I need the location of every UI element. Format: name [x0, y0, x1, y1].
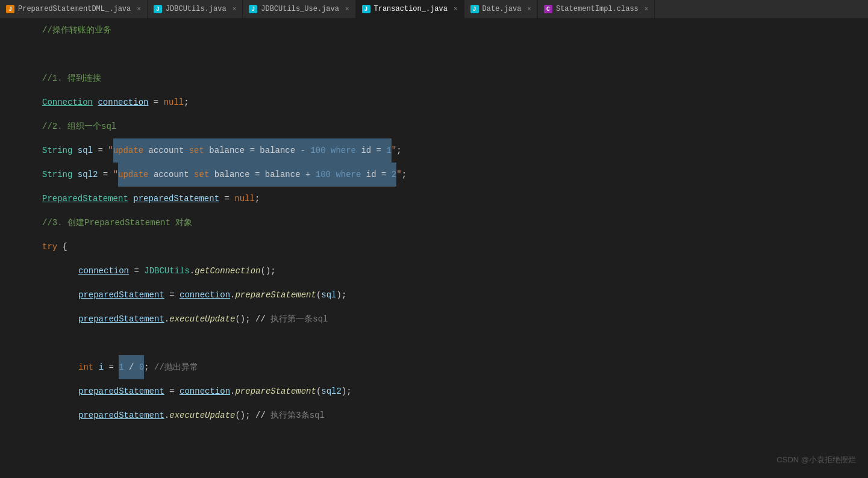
- space: [326, 146, 331, 155]
- space: [93, 90, 98, 114]
- type-string1: String: [42, 138, 72, 163]
- num-1b: 1: [119, 362, 123, 372]
- num-2: 2: [392, 170, 396, 179]
- assign: =: [148, 90, 163, 114]
- dot: .: [164, 403, 169, 427]
- var-ps4: preparedStatement: [78, 379, 164, 403]
- space: id =: [361, 170, 391, 179]
- tab-close-icon[interactable]: ×: [345, 5, 349, 13]
- space: =: [164, 283, 180, 307]
- num-1: 1: [386, 146, 391, 155]
- tab-icon-java2: J: [154, 5, 162, 13]
- code-line-try: try {: [36, 235, 868, 259]
- string-quote4: ": [396, 163, 401, 187]
- code-line-ps-assign2: preparedStatement = connection . prepare…: [36, 379, 868, 403]
- paren: ();: [260, 259, 275, 283]
- kw-null: null: [164, 90, 184, 114]
- dot: .: [190, 259, 195, 283]
- code-line-sql1: String sql = "update account set balance…: [36, 138, 868, 163]
- paren: (: [316, 283, 321, 307]
- kw-int: int: [78, 355, 93, 379]
- comment-text: //操作转账的业务: [42, 18, 111, 42]
- string-quote3: ": [113, 163, 118, 187]
- tab-label: Transaction_.java: [374, 5, 448, 13]
- tab-label: Date.java: [482, 5, 522, 13]
- code-line: //1. 得到连接: [36, 66, 868, 90]
- editor-area: //操作转账的业务 //1. 得到连接 Connection connectio…: [0, 18, 868, 478]
- watermark: CSDN @小袁拒绝摆烂: [776, 448, 856, 472]
- paren-close: );: [337, 283, 347, 307]
- space: =: [129, 259, 144, 283]
- kw-null2: null: [234, 187, 255, 211]
- tab-icon-class: C: [544, 5, 552, 13]
- paren: ();: [235, 403, 250, 427]
- space: //: [251, 403, 271, 427]
- var-sql1: sql: [78, 138, 93, 163]
- space: =: [98, 163, 113, 187]
- code-line-int: int i = 1 / 0 ; //抛出异常: [36, 355, 868, 379]
- tab-close-icon[interactable]: ×: [527, 5, 531, 13]
- var-ps3: preparedStatement: [78, 307, 164, 331]
- kw-set: set: [189, 146, 204, 155]
- tab-icon-java4: J: [362, 5, 370, 13]
- code-line-ps: PreparedStatement preparedStatement = nu…: [36, 187, 868, 211]
- comment-text: //1. 得到连接: [42, 66, 101, 90]
- paren-close: );: [342, 379, 352, 403]
- space: =: [93, 138, 108, 163]
- code-line: Connection connection = null ;: [36, 90, 868, 114]
- code-line-exec2: preparedStatement . executeUpdate (); //…: [36, 403, 868, 427]
- var-i: i: [99, 355, 104, 379]
- space: [93, 355, 98, 379]
- tab-transaction[interactable]: J Transaction_.java ×: [356, 0, 464, 18]
- tab-close-icon[interactable]: ×: [137, 5, 141, 13]
- var-connection: connection: [98, 90, 148, 114]
- num-100: 100: [310, 146, 325, 155]
- var-conn2: connection: [78, 259, 129, 283]
- space: =: [219, 187, 234, 211]
- tab-icon-java: J: [6, 5, 14, 13]
- code-line-sql2: String sql2 = "update account set balanc…: [36, 163, 868, 187]
- type-jdbcutils: JDBCUtils: [144, 259, 190, 283]
- type-preparedstatement: PreparedStatement: [42, 187, 128, 211]
- method-execupdate: executeUpdate: [169, 307, 235, 331]
- kw-update2: update: [118, 170, 148, 179]
- dot: .: [164, 307, 169, 331]
- code-line-blank: [36, 42, 868, 66]
- var-sql2-arg: sql2: [321, 379, 342, 403]
- var-conn3: connection: [180, 283, 230, 307]
- tab-close-icon[interactable]: ×: [233, 5, 237, 13]
- method-preparestmt: prepareStatement: [235, 283, 316, 307]
- tab-label: JDBCUtils.java: [166, 5, 226, 13]
- tab-close-icon[interactable]: ×: [645, 5, 649, 13]
- semicolon: ;: [255, 187, 260, 211]
- tab-preparedstatementdml[interactable]: J PreparedStatementDML_.java ×: [0, 0, 148, 18]
- semicolon: ;: [396, 138, 401, 163]
- semicolon: ;: [402, 163, 407, 187]
- kw-update: update: [113, 146, 143, 155]
- tab-close-icon[interactable]: ×: [454, 5, 458, 13]
- space: =: [104, 355, 119, 379]
- kw-try: try: [42, 235, 57, 259]
- var-preparedstatement: preparedStatement: [133, 187, 219, 211]
- semicolon: ;: [144, 355, 154, 379]
- method-preparestmt2: prepareStatement: [235, 379, 316, 403]
- tab-date[interactable]: J Date.java ×: [464, 0, 538, 18]
- code-line-exec1: preparedStatement . executeUpdate (); //…: [36, 307, 868, 331]
- comment-text: //2. 组织一个sql: [42, 114, 116, 138]
- type-string2: String: [42, 163, 72, 187]
- space: account: [148, 170, 194, 179]
- tab-jdbcutils-use[interactable]: J JDBCUtils_Use.java ×: [243, 0, 355, 18]
- semicolon: ;: [184, 90, 189, 114]
- tab-statementimpl[interactable]: C StatementImpl.class ×: [538, 0, 655, 18]
- code-line: //2. 组织一个sql: [36, 114, 868, 138]
- tab-icon-java5: J: [470, 5, 479, 13]
- space: [72, 138, 77, 163]
- type-connection: Connection: [42, 90, 93, 114]
- space: balance = balance -: [204, 146, 310, 155]
- tab-label: PreparedStatementDML_.java: [18, 5, 131, 13]
- var-conn4: connection: [180, 379, 230, 403]
- tab-jdbcutils[interactable]: J JDBCUtils.java ×: [148, 0, 243, 18]
- comment-throw: //抛出异常: [154, 355, 198, 379]
- slash: /: [124, 362, 139, 372]
- kw-where: where: [331, 146, 356, 155]
